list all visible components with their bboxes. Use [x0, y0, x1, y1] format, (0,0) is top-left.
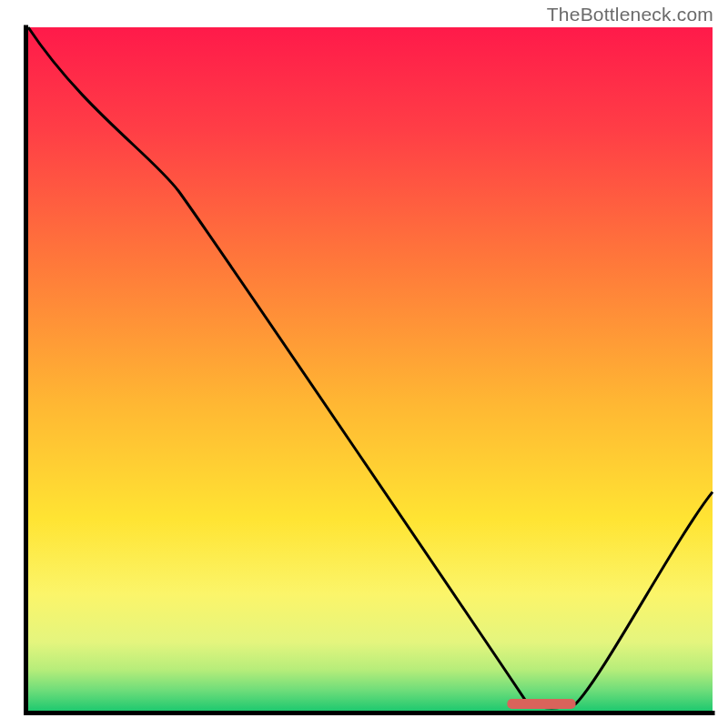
watermark-text: TheBottleneck.com	[547, 4, 713, 25]
optimal-range-marker	[507, 699, 575, 709]
chart-container: TheBottleneck.com	[0, 0, 728, 728]
bottleneck-chart	[0, 0, 728, 728]
plot-gradient-background	[28, 27, 713, 711]
